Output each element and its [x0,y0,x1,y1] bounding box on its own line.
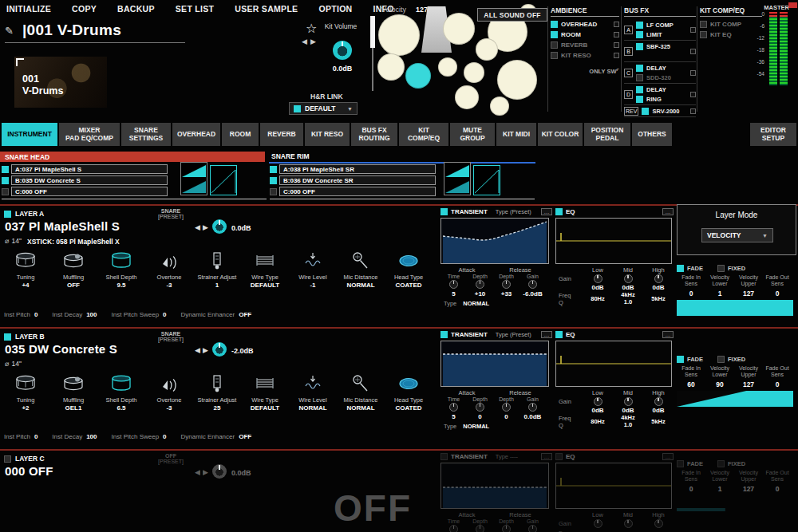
bus-route-box[interactable] [690,49,696,54]
fx-enable-checkbox[interactable] [636,86,643,93]
tab-others[interactable]: OTHERS [632,123,672,146]
drum-pad-hihat[interactable] [377,53,405,81]
param-head-type[interactable]: Head TypeCOATED [385,372,433,412]
fade-value[interactable]: 0 [763,380,792,388]
param-tuning[interactable]: Tuning+4 [2,249,49,289]
eq-high-gain-knob[interactable] [654,519,663,528]
fade-value[interactable]: 60 [677,380,705,388]
bus-route-box[interactable] [690,108,696,114]
snare-rim-layer-checkbox[interactable] [270,188,277,195]
fx-enable-checkbox[interactable] [636,31,643,38]
tab-bus-fx-routing[interactable]: BUS FXROUTING [351,123,397,146]
fade-value[interactable]: 0 [677,290,705,298]
drum-pad[interactable] [490,97,509,116]
param-overtone[interactable]: Overtone-3 [145,249,193,289]
layer-c-enable-checkbox[interactable] [4,455,11,463]
favorite-star-icon[interactable]: ☆ [306,21,317,36]
fade-value[interactable]: 127 [734,380,763,388]
tab-kit-color[interactable]: KIT COLOR [538,123,583,146]
fade-value[interactable]: 0 [677,485,705,493]
dynamic-enhancer[interactable]: Dynamic EnhancerOFF [181,311,252,318]
tab-editor-setup[interactable]: EDITORSETUP [750,123,796,146]
bus-fx-slot-a-0[interactable]: LF COMP [636,20,690,30]
fixed-checkbox[interactable] [717,460,725,467]
tab-snare-settings[interactable]: SNARESETTINGS [121,123,171,146]
inst-decay[interactable]: Inst Decay100 [52,311,97,318]
fx-enable-checkbox[interactable] [636,22,643,29]
snare-head-layer-checkbox[interactable] [2,177,9,184]
fx-enable-checkbox[interactable] [636,43,643,50]
transient-time-knob[interactable] [449,403,458,412]
kit-comp-checkbox[interactable] [700,21,707,28]
inst-pitch[interactable]: Inst Pitch0 [4,433,38,440]
inst-decay[interactable]: Inst Decay100 [52,433,97,440]
eq-high-gain-knob[interactable] [654,274,663,283]
param-wire-level[interactable]: Wire Level-1 [289,249,337,289]
transient-enable-checkbox[interactable] [440,331,448,338]
inst-next-button[interactable]: ▶ [203,468,208,476]
layer-a-enable-checkbox[interactable] [4,211,11,218]
fade-value[interactable]: 127 [734,485,763,493]
param-overtone[interactable]: Overtone-3 [145,372,193,412]
drum-pad[interactable] [443,13,475,45]
eq-high-gain-knob[interactable] [654,397,663,406]
kit-title[interactable]: |001 V-Drums [22,22,121,39]
eq-options-button[interactable]: … [662,331,674,338]
fx-enable-checkbox[interactable] [642,108,649,115]
kit-eq-checkbox[interactable] [700,31,707,38]
drum-pad[interactable] [476,38,498,61]
tab-kit-comp-eq[interactable]: KITCOMP/EQ [399,123,448,146]
tab-room[interactable]: ROOM [222,123,259,146]
fade-value[interactable]: 127 [734,290,763,298]
fx-enable-checkbox[interactable] [636,74,643,81]
drum-pad-snare-selected[interactable] [405,63,431,89]
eq-enable-checkbox[interactable] [555,453,563,460]
layer-instrument-name[interactable]: 037 Pl MapleShell S [5,219,120,233]
inst-prev-button[interactable]: ◀ [195,223,200,231]
transient-options-button[interactable]: … [541,453,552,460]
fx-enable-checkbox[interactable] [636,96,643,103]
kit-thumbnail[interactable]: 001 V-Drums [14,57,107,108]
eq-enable-checkbox[interactable] [555,331,563,338]
bus-fx-slot-rev-0[interactable]: SRV-2000 [642,106,690,116]
snare-rim-layer-checkbox[interactable] [270,177,277,184]
room-route-box[interactable] [614,32,619,37]
snare-head-layer-checkbox[interactable] [2,188,9,195]
transient-enable-checkbox[interactable] [440,208,448,215]
inst-next-button[interactable]: ▶ [203,346,208,354]
snare-head-layer-2[interactable]: C:000 OFF [11,187,168,196]
bus-fx-slot-c-1[interactable]: SDD-320 [636,73,690,82]
transient-gain-knob[interactable] [528,280,537,289]
transient-depth-knob[interactable] [476,280,484,289]
bus-fx-slot-a-1[interactable]: LIMIT [636,30,690,39]
eq-mid-gain-knob[interactable] [624,519,633,528]
snare-rim-layer-checkbox[interactable] [270,166,277,173]
transient-enable-checkbox[interactable] [440,453,448,460]
bus-fx-slot-d-1[interactable]: RING [636,94,690,104]
snare-head-layer-0[interactable]: A:037 Pl MapleShell S [11,164,168,174]
tab-mixer-pad-eq-comp[interactable]: MIXERPAD EQ/COMP [59,123,120,146]
inst-pitch-sweep[interactable]: Inst Pitch Sweep0 [112,311,167,318]
fade-checkbox[interactable] [677,265,684,272]
bus-route-box[interactable] [690,27,696,33]
snare-rim-layer-0[interactable]: A:038 Pl MapleShell SR [279,164,436,174]
reverb-route-box[interactable] [614,42,619,48]
param-shell-depth[interactable]: Shell Depth6.5 [97,372,145,412]
menu-option[interactable]: OPTION [318,4,352,14]
drum-pad-ride[interactable] [497,60,537,100]
transient-depth-knob[interactable] [502,280,511,289]
eq-mid-gain-knob[interactable] [624,397,633,406]
transient-graph[interactable] [440,341,549,387]
overhead-checkbox[interactable] [551,21,558,28]
overhead-route-box[interactable] [614,22,619,27]
param-muffling[interactable]: MufflingGEL1 [49,372,97,412]
fixed-checkbox[interactable] [717,356,725,363]
snare-head-layer-1[interactable]: B:035 DW Concrete S [11,175,168,185]
bus-fx-slot-c-0[interactable]: DELAY [636,63,690,73]
kit-select-arrows[interactable]: ◀▶ [302,37,319,45]
eq-enable-checkbox[interactable] [555,208,563,215]
kit-reso-route-box[interactable] [614,53,619,58]
transient-time-knob[interactable] [449,280,458,289]
transient-time-knob[interactable] [449,525,458,532]
eq-low-gain-knob[interactable] [594,519,602,528]
